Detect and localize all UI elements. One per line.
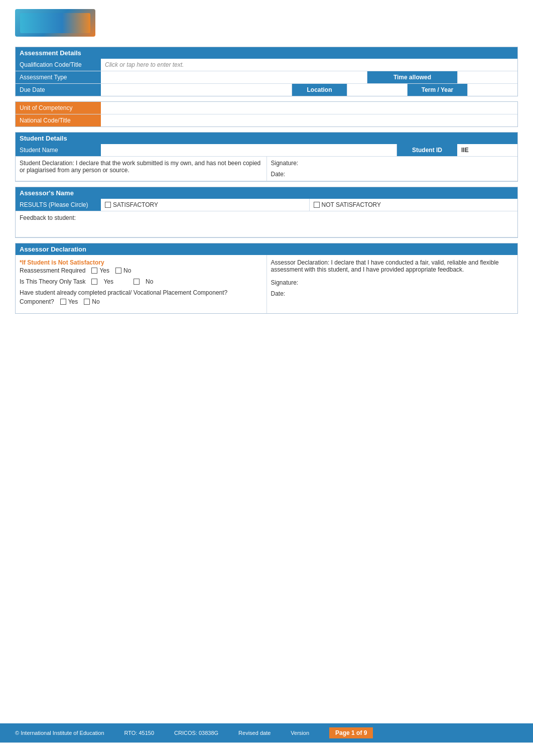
reassessment-no-label: No xyxy=(123,267,131,274)
assessor-declaration-left: *If Student is Not Satisfactory Reassess… xyxy=(16,255,267,313)
theory-no-box[interactable] xyxy=(134,279,140,285)
assessment-type-value[interactable] xyxy=(101,71,367,83)
satisfactory-label: SATISFACTORY xyxy=(113,201,158,208)
theory-only-label: Is This Theory Only Task xyxy=(20,278,85,285)
location-value[interactable] xyxy=(347,84,407,96)
time-allowed-header: Time allowed xyxy=(367,71,457,83)
feedback-value[interactable] xyxy=(20,221,513,234)
assessor-date-row: Date: xyxy=(271,290,514,297)
assessment-type-label: Assessment Type xyxy=(16,71,101,83)
practical-no-box[interactable] xyxy=(84,299,90,305)
assessor-signature-row: Signature: xyxy=(271,279,514,286)
not-satisfactory-title: *If Student is Not Satisfactory xyxy=(20,259,262,266)
assessor-declaration-right: Assessor Declaration: I declare that I h… xyxy=(267,255,518,313)
footer-version-label: Version xyxy=(291,730,309,736)
footer-revised-date: Revised date xyxy=(238,730,271,736)
not-satisfactory-box[interactable] xyxy=(314,202,320,208)
satisfactory-box[interactable] xyxy=(105,202,111,208)
practical-label: Have student already completed practical… xyxy=(20,289,262,296)
feedback-row: Feedback to student: xyxy=(16,211,517,237)
unit-row: Unit of Competency xyxy=(16,102,517,114)
reassessment-label: Reassessment Required xyxy=(20,267,85,274)
logo xyxy=(15,9,95,37)
signature-area: Signature: Date: xyxy=(267,157,518,181)
unit-of-competency-section: Unit of Competency National Code/Title xyxy=(15,101,518,127)
assessor-declaration-text: Assessor Declaration: I declare that I h… xyxy=(271,259,514,273)
reassessment-row: Reassessment Required Yes No xyxy=(20,267,262,274)
location-header: Location xyxy=(292,84,347,96)
header xyxy=(0,0,533,42)
qualification-value[interactable]: Click or tap here to enter text. xyxy=(101,59,517,71)
footer-file-name-value: Assessment Tool xyxy=(46,746,95,753)
practical-no[interactable]: No xyxy=(84,298,99,305)
practical-yes-box[interactable] xyxy=(60,299,66,305)
national-code-value[interactable] xyxy=(101,114,517,127)
theory-only-row: Is This Theory Only Task Yes No xyxy=(20,278,262,285)
time-allowed-value[interactable] xyxy=(457,71,517,83)
term-year-value[interactable] xyxy=(467,84,517,96)
qualification-label: Qualification Code/Title xyxy=(16,59,101,71)
footer-bottom: File Name: Assessment Tool July 2020 1.1 xyxy=(0,742,533,756)
page-wrapper: Assessment Details Qualification Code/Ti… xyxy=(0,0,533,756)
footer-version: 1.1 xyxy=(509,746,518,753)
unit-value[interactable] xyxy=(101,102,517,114)
reassessment-yes-label: Yes xyxy=(99,267,109,274)
theory-yes-label: Yes xyxy=(103,278,113,285)
footer: © International Institute of Education R… xyxy=(0,723,533,756)
practical-yes[interactable]: Yes xyxy=(60,298,78,305)
not-satisfactory-item: NOT SATISFACTORY xyxy=(314,201,381,208)
assessment-details-header: Assessment Details xyxy=(16,47,517,59)
student-name-value[interactable] xyxy=(101,144,397,156)
qualification-row: Qualification Code/Title Click or tap he… xyxy=(16,59,517,71)
footer-date: July 2020 xyxy=(290,746,315,753)
reassessment-yes[interactable]: Yes xyxy=(91,267,109,274)
footer-cricos: CRICOS: 03838G xyxy=(174,730,218,736)
reassessment-no-box[interactable] xyxy=(115,268,121,274)
footer-page: Page 1 of 9 xyxy=(329,727,373,738)
national-code-label: National Code/Title xyxy=(16,114,101,127)
assessor-declaration-header: Assessor Declaration xyxy=(16,243,517,255)
practical-yes-label: Yes xyxy=(68,298,78,305)
assessor-declaration-section: Assessor Declaration *If Student is Not … xyxy=(15,243,518,314)
date-row: Date: xyxy=(271,171,514,178)
declaration-text: Student Declaration: I declare that the … xyxy=(16,157,267,181)
satisfactory-checkbox[interactable]: SATISFACTORY xyxy=(101,199,309,211)
student-name-row: Student Name Student ID IIE xyxy=(16,144,517,157)
logo-image xyxy=(20,13,90,33)
signature-row: Signature: xyxy=(271,160,514,167)
practical-content: Component? Yes No xyxy=(20,298,262,305)
assessment-details-section: Assessment Details Qualification Code/Ti… xyxy=(15,47,518,96)
student-name-label: Student Name xyxy=(16,144,101,156)
footer-rto: RTO: 45150 xyxy=(124,730,155,736)
assessor-declaration-body: *If Student is Not Satisfactory Reassess… xyxy=(16,255,517,313)
practical-row: Have student already completed practical… xyxy=(20,289,262,305)
results-label: RESULTS (Please Circle) xyxy=(16,199,101,211)
due-date-value[interactable] xyxy=(101,84,292,96)
due-date-row: Due Date Location Term / Year xyxy=(16,84,517,96)
footer-top: © International Institute of Education R… xyxy=(0,723,533,742)
term-year-header: Term / Year xyxy=(407,84,467,96)
theory-no-label: No xyxy=(146,278,153,285)
assessor-name-row: RESULTS (Please Circle) SATISFACTORY NOT… xyxy=(16,199,517,211)
student-id-value: IIE xyxy=(457,144,517,156)
assessor-section: Assessor's Name RESULTS (Please Circle) … xyxy=(15,187,518,238)
assessment-type-row: Assessment Type Time allowed xyxy=(16,71,517,84)
unit-label: Unit of Competency xyxy=(16,102,101,114)
practical-component-label: Component? xyxy=(20,298,54,305)
assessor-name-header: Assessor's Name xyxy=(16,187,517,199)
theory-only-content: Is This Theory Only Task Yes No xyxy=(20,278,262,285)
not-satisfactory-label: NOT SATISFACTORY xyxy=(322,201,381,208)
satisfactory-item: SATISFACTORY xyxy=(105,201,158,208)
student-id-header: Student ID xyxy=(397,144,457,156)
theory-checkbox-box[interactable] xyxy=(91,279,97,285)
footer-file-name: File Name: Assessment Tool xyxy=(15,746,95,753)
reassessment-no[interactable]: No xyxy=(115,267,131,274)
national-code-row: National Code/Title xyxy=(16,114,517,127)
practical-no-label: No xyxy=(92,298,99,305)
not-satisfactory-title-row: *If Student is Not Satisfactory Reassess… xyxy=(20,259,262,274)
not-satisfactory-checkbox[interactable]: NOT SATISFACTORY xyxy=(309,199,518,211)
student-details-section: Student Details Student Name Student ID … xyxy=(15,132,518,182)
footer-copyright: © International Institute of Education xyxy=(15,730,104,736)
reassessment-yes-box[interactable] xyxy=(91,268,97,274)
student-details-header: Student Details xyxy=(16,133,517,144)
